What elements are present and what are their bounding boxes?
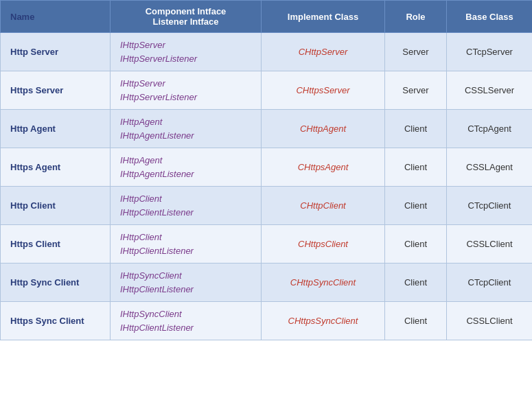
cell-name: Http Client <box>1 187 111 225</box>
component-interface: IHttpClient <box>120 192 254 206</box>
component-interface: IHttpClient <box>120 231 254 244</box>
header-implement: Implement Class <box>262 1 385 33</box>
implement-class: CHttpServer <box>299 47 348 57</box>
component-interface: IHttpServer <box>120 38 254 52</box>
cell-role: Client <box>385 187 447 225</box>
listener-interface: IHttpAgentListener <box>120 129 254 143</box>
cell-base: CTcpClient <box>447 187 533 225</box>
cell-interfaces: IHttpClient IHttpClientListener <box>111 225 262 264</box>
listener-interface: IHttpServerListener <box>120 91 254 104</box>
base-class-value: CSSLServer <box>465 85 514 95</box>
base-class-value: CSSLClient <box>466 239 512 249</box>
base-class-value: CSSLClient <box>466 316 512 326</box>
cell-interfaces: IHttpServer IHttpServerListener <box>111 33 262 71</box>
table-body: Http Server IHttpServer IHttpServerListe… <box>1 33 533 340</box>
cell-name: Https Sync Client <box>1 302 111 340</box>
role-value: Client <box>404 200 427 211</box>
cell-implement: CHttpsSyncClient <box>262 302 385 340</box>
listener-interface: IHttpClientListener <box>120 206 254 220</box>
main-table: Name Component Intface Listener Intface … <box>0 0 532 340</box>
base-class-value: CTcpClient <box>468 200 511 211</box>
implement-class: CHttpsAgent <box>298 162 349 172</box>
header-name: Name <box>1 1 111 33</box>
table-row: Http Sync Client IHttpSyncClient IHttpCl… <box>1 264 533 302</box>
cell-interfaces: IHttpServer IHttpServerListener <box>111 71 262 110</box>
cell-base: CTcpClient <box>447 264 533 302</box>
cell-role: Server <box>385 71 447 110</box>
table-row: Http Agent IHttpAgent IHttpAgentListener… <box>1 110 533 148</box>
cell-implement: CHttpsServer <box>262 71 385 110</box>
listener-interface: IHttpServerListener <box>120 52 254 66</box>
cell-name: Http Sync Client <box>1 264 111 302</box>
implement-class: CHttpAgent <box>300 124 346 134</box>
cell-name: Https Agent <box>1 148 111 187</box>
role-value: Client <box>404 239 427 249</box>
role-value: Client <box>404 316 427 326</box>
table-row: Https Agent IHttpAgent IHttpAgentListene… <box>1 148 533 187</box>
base-class-value: CSSLAgent <box>466 162 513 172</box>
table-row: Https Server IHttpServer IHttpServerList… <box>1 71 533 110</box>
component-interface: IHttpSyncClient <box>120 307 254 321</box>
header-base: Base Class <box>447 1 533 33</box>
component-interface: IHttpSyncClient <box>120 269 254 283</box>
component-interface: IHttpAgent <box>120 115 254 129</box>
cell-interfaces: IHttpSyncClient IHttpClientListener <box>111 302 262 340</box>
cell-name: Https Client <box>1 225 111 264</box>
cell-name: Http Agent <box>1 110 111 148</box>
implement-class: CHttpSyncClient <box>290 277 356 288</box>
table-row: Https Sync Client IHttpSyncClient IHttpC… <box>1 302 533 340</box>
table-row: Https Client IHttpClient IHttpClientList… <box>1 225 533 264</box>
listener-interface: IHttpClientListener <box>120 244 254 258</box>
cell-interfaces: IHttpClient IHttpClientListener <box>111 187 262 225</box>
cell-implement: CHttpSyncClient <box>262 264 385 302</box>
implement-class: CHttpsClient <box>298 239 348 249</box>
cell-interfaces: IHttpSyncClient IHttpClientListener <box>111 264 262 302</box>
cell-base: CSSLServer <box>447 71 533 110</box>
table-row: Http Server IHttpServer IHttpServerListe… <box>1 33 533 71</box>
listener-interface: IHttpAgentListener <box>120 167 254 181</box>
table-row: Http Client IHttpClient IHttpClientListe… <box>1 187 533 225</box>
listener-interface: IHttpClientListener <box>120 321 254 335</box>
listener-interface: IHttpClientListener <box>120 283 254 296</box>
implement-class: CHttpsSyncClient <box>288 316 358 326</box>
base-class-value: CTcpClient <box>468 277 511 288</box>
cell-name: Http Server <box>1 33 111 71</box>
cell-base: CSSLClient <box>447 225 533 264</box>
component-interface: IHttpAgent <box>120 154 254 167</box>
cell-base: CTcpAgent <box>447 110 533 148</box>
implement-class: CHttpsServer <box>296 85 349 95</box>
cell-implement: CHttpsAgent <box>262 148 385 187</box>
cell-implement: CHttpClient <box>262 187 385 225</box>
role-value: Server <box>402 47 428 57</box>
component-interface: IHttpServer <box>120 77 254 91</box>
role-value: Server <box>402 85 428 95</box>
cell-name: Https Server <box>1 71 111 110</box>
base-class-value: CTcpServer <box>466 47 513 57</box>
cell-role: Client <box>385 225 447 264</box>
cell-interfaces: IHttpAgent IHttpAgentListener <box>111 110 262 148</box>
cell-role: Client <box>385 110 447 148</box>
cell-interfaces: IHttpAgent IHttpAgentListener <box>111 148 262 187</box>
cell-role: Server <box>385 33 447 71</box>
role-value: Client <box>404 124 427 134</box>
base-class-value: CTcpAgent <box>467 124 511 134</box>
role-value: Client <box>404 277 427 288</box>
header-role: Role <box>385 1 447 33</box>
cell-role: Client <box>385 302 447 340</box>
role-value: Client <box>404 162 427 172</box>
cell-implement: CHttpAgent <box>262 110 385 148</box>
cell-base: CSSLAgent <box>447 148 533 187</box>
header-component: Component Intface Listener Intface <box>111 1 262 33</box>
cell-base: CSSLClient <box>447 302 533 340</box>
cell-implement: CHttpServer <box>262 33 385 71</box>
implement-class: CHttpClient <box>300 200 345 211</box>
cell-base: CTcpServer <box>447 33 533 71</box>
cell-role: Client <box>385 264 447 302</box>
table-header-row: Name Component Intface Listener Intface … <box>1 1 533 33</box>
cell-implement: CHttpsClient <box>262 225 385 264</box>
cell-role: Client <box>385 148 447 187</box>
